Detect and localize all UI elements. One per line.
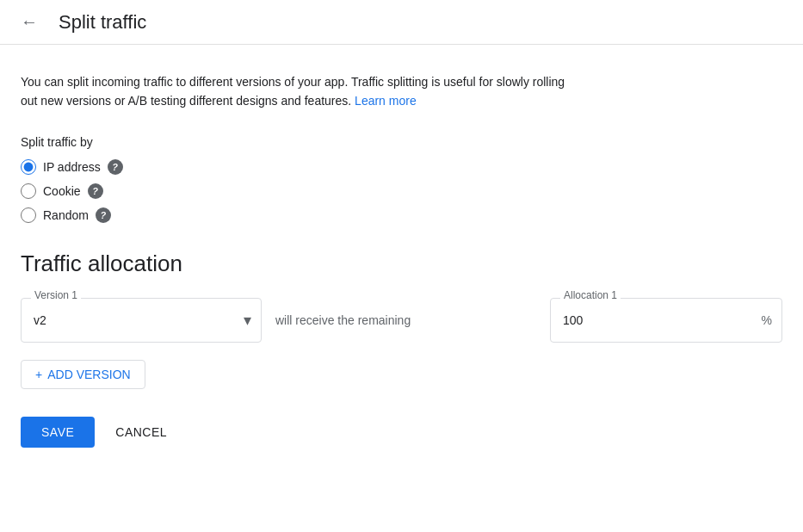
radio-cookie[interactable] bbox=[21, 183, 36, 199]
add-version-label: ADD VERSION bbox=[47, 368, 130, 381]
percent-symbol: % bbox=[762, 313, 772, 327]
radio-cookie-label: Cookie bbox=[43, 184, 81, 198]
allocation-field-group: Allocation 1 % bbox=[550, 298, 782, 343]
back-button[interactable]: ← bbox=[14, 7, 45, 38]
version-select-group: Version 1 v2 v1 ▾ bbox=[21, 298, 262, 343]
page-header: ← Split traffic bbox=[0, 0, 803, 45]
add-version-button[interactable]: + ADD VERSION bbox=[21, 360, 145, 389]
back-arrow-icon: ← bbox=[21, 12, 38, 32]
actions-bar: SAVE CANCEL bbox=[21, 417, 782, 448]
radio-random-label: Random bbox=[43, 208, 89, 222]
radio-item-random[interactable]: Random ? bbox=[21, 207, 782, 223]
random-help-icon[interactable]: ? bbox=[96, 207, 111, 223]
cookie-help-icon[interactable]: ? bbox=[88, 183, 103, 199]
split-traffic-by-label: Split traffic by bbox=[21, 135, 782, 149]
split-traffic-radio-group: IP address ? Cookie ? Random ? bbox=[21, 159, 782, 223]
remaining-text: will receive the remaining bbox=[275, 313, 536, 327]
learn-more-link[interactable]: Learn more bbox=[355, 94, 417, 108]
radio-item-cookie[interactable]: Cookie ? bbox=[21, 183, 782, 199]
ip-help-icon[interactable]: ? bbox=[108, 159, 123, 175]
radio-ip-label: IP address bbox=[43, 160, 101, 174]
version-select[interactable]: v2 v1 bbox=[21, 298, 262, 343]
cancel-button[interactable]: CANCEL bbox=[102, 417, 181, 448]
add-icon: + bbox=[35, 368, 42, 381]
allocation-row: Version 1 v2 v1 ▾ will receive the remai… bbox=[21, 298, 782, 343]
main-content: You can split incoming traffic to differ… bbox=[0, 45, 803, 475]
allocation-input[interactable] bbox=[550, 298, 782, 343]
radio-ip[interactable] bbox=[21, 159, 36, 175]
page-title: Split traffic bbox=[59, 11, 146, 34]
version-label: Version 1 bbox=[31, 289, 81, 301]
allocation-label: Allocation 1 bbox=[560, 289, 621, 301]
description-text: You can split incoming traffic to differ… bbox=[21, 72, 571, 111]
traffic-allocation-title: Traffic allocation bbox=[21, 251, 782, 277]
save-button[interactable]: SAVE bbox=[21, 417, 95, 448]
radio-item-ip[interactable]: IP address ? bbox=[21, 159, 782, 175]
radio-random[interactable] bbox=[21, 207, 36, 223]
